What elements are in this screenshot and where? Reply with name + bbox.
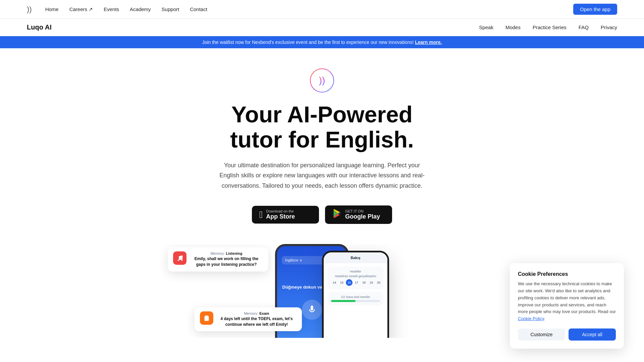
phone-progress-fill [331,300,356,302]
cookie-policy-link[interactable]: Cookie Policy [518,316,544,321]
phone-progress-bar [331,300,380,302]
phone-lang-label: İngilizce ∨ [285,258,302,262]
nav-privacy[interactable]: Privacy [601,24,617,30]
day-15: 15 [338,279,345,286]
memory-listening-label: Memory: Listening [190,251,263,255]
day-18: 18 [361,279,367,286]
cookie-accept-button[interactable]: Accept all [569,328,616,341]
phone-front-header: Bakış [324,252,387,263]
hero-title: Your AI-Powered tutor for English. [230,102,414,152]
nav-link-contact[interactable]: Contact [190,6,207,12]
phone-front-mockup: Bakış Hedefler Hedefinizi sürekli gerçek… [322,251,389,338]
cookie-preferences-panel: Cookie Preferences We use the necessary … [510,263,624,349]
nav-faq[interactable]: FAQ [579,24,589,30]
app-store-button[interactable]:  Download on the App Store [252,206,319,224]
memory-listening-desc: Emily, shall we work on filling the gaps… [190,256,263,267]
cookie-customize-button[interactable]: Customize [518,328,565,341]
store-buttons:  Download on the App Store GET IT ON Go… [252,205,392,224]
open-app-button[interactable]: Open the app [573,4,617,15]
nav-link-support[interactable]: Support [162,6,179,12]
phone-front-body: Hedefler Hedefinizi sürekli gerçekleştir… [324,263,387,311]
cookie-title: Cookie Preferences [518,271,616,277]
phone-offers-label: 1/2 Sana özel öneriler [331,295,380,299]
secondary-nav: Luqo AI Speak Modes Practice Series FAQ … [0,19,644,36]
phone-mic-button[interactable] [302,300,322,320]
nav-link-academy[interactable]: Academy [130,6,151,12]
secondary-nav-links: Speak Modes Practice Series FAQ Privacy [479,24,617,30]
cookie-body: We use the necessary technical cookies t… [518,281,616,322]
nav-speak[interactable]: Speak [479,24,493,30]
hero-logo-icon: )) [319,75,325,86]
day-19: 19 [368,279,375,286]
banner-text: Join the waitlist now for Nexbend's excl… [202,40,414,45]
announcement-banner: Join the waitlist now for Nexbend's excl… [0,36,644,48]
app-store-text: Download on the App Store [266,209,295,220]
day-20: 20 [375,279,382,286]
nav-modes[interactable]: Modes [505,24,521,30]
google-play-icon [332,209,342,221]
cookie-actions: Customize Accept all [518,328,616,341]
google-play-button[interactable]: GET IT ON Google Play [325,205,392,224]
phone-days-grid: 14 15 16 17 18 19 20 [331,279,380,286]
day-16: 16 [346,279,353,286]
logo-icon: )) [27,5,32,14]
top-nav-links: Home Careers ↗ Events Academy Support Co… [45,6,207,12]
google-play-text: GET IT ON Google Play [345,209,380,220]
memory-exam-label: Memory: Exam [217,311,297,315]
memory-card-exam-text: Memory: Exam 4 days left until the TOEFL… [217,311,297,327]
banner-learn-more[interactable]: Learn more. [415,40,442,45]
nav-practice-series[interactable]: Practice Series [533,24,567,30]
top-nav-logo: )) [27,5,32,14]
phone-goals-card: Hedefler Hedefinizi sürekli gerçekleştir… [328,266,383,289]
phone-goals-desc: Hedefinizi sürekli gerçekleştirin [331,275,380,278]
brand-name: Luqo AI [27,23,52,31]
hero-logo-icon-wrap: )) [310,68,334,93]
memory-card-exam: Memory: Exam 4 days left until the TOEFL… [195,307,302,331]
memory-listening-icon [173,251,186,265]
phone-offers-card: 1/2 Sana özel öneriler [328,292,383,305]
top-nav-left: )) Home Careers ↗ Events Academy Support… [27,5,207,14]
nav-link-careers[interactable]: Careers ↗ [69,6,93,12]
apple-icon:  [259,209,263,220]
nav-link-events[interactable]: Events [104,6,119,12]
day-14: 14 [331,279,338,286]
nav-link-home[interactable]: Home [45,6,59,12]
memory-exam-desc: 4 days left until the TOEFL exam, let's … [217,316,297,327]
hero-subtitle: Your ultimate destination for personaliz… [215,160,429,191]
top-nav: )) Home Careers ↗ Events Academy Support… [0,0,644,19]
memory-card-listening: Memory: Listening Emily, shall we work o… [168,247,268,272]
phone-goals-label: Hedefler [331,270,380,273]
day-17: 17 [353,279,360,286]
memory-exam-icon [200,311,213,325]
memory-card-listening-text: Memory: Listening Emily, shall we work o… [190,251,263,267]
